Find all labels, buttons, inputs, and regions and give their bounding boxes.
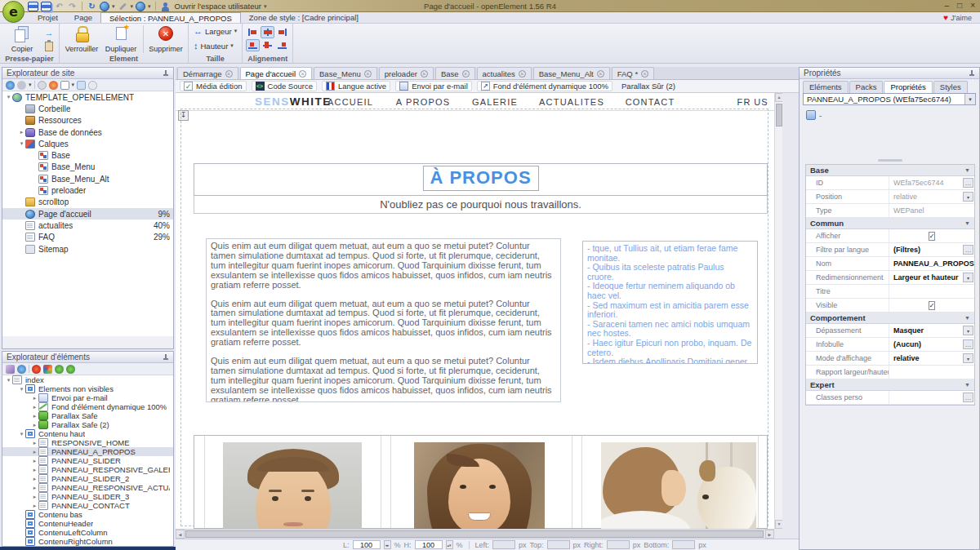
delete-button[interactable]: ✕ Supprimer <box>147 24 185 54</box>
tree-item-sitemap[interactable]: Sitemap <box>2 243 173 255</box>
chevron-down-icon[interactable]: ▾ <box>148 3 151 10</box>
close-tab-icon[interactable] <box>299 70 306 78</box>
lang-fr[interactable]: FR <box>737 97 751 107</box>
tree-item-panneau-slider-2[interactable]: PANNEAU_SLIDER_2 <box>2 474 173 483</box>
left-input[interactable] <box>492 540 515 549</box>
tree-item-ressources[interactable]: Ressources <box>2 115 173 126</box>
doc-tab-actualites[interactable]: actualites <box>477 67 532 79</box>
tree-item-contenu-right-column[interactable]: ContenuRightColumn <box>2 537 173 546</box>
photo-portrait-woman[interactable] <box>414 442 545 529</box>
width-spinner[interactable]: ◂▸ <box>384 540 391 549</box>
preview-icon[interactable] <box>136 2 145 11</box>
close-tab-icon[interactable] <box>597 70 604 78</box>
horizontal-scroll-thumb[interactable] <box>185 530 764 538</box>
vertical-scroll-thumb[interactable] <box>776 104 782 126</box>
collapse-arrow-icon[interactable] <box>31 404 38 410</box>
publish-icon[interactable] <box>100 2 109 11</box>
dropdown-button[interactable] <box>963 192 973 202</box>
refresh-icon[interactable] <box>17 365 26 374</box>
tree-item-preloader[interactable]: preloader <box>2 184 173 196</box>
tab-page[interactable]: Page <box>66 12 100 23</box>
nav-contact[interactable]: CONTACT <box>626 97 675 107</box>
tab-proprietes[interactable]: Propriétés <box>884 81 932 93</box>
checkbox-checked[interactable] <box>929 301 936 310</box>
expand-arrow-icon[interactable] <box>5 94 12 100</box>
height-button[interactable]: ↕ Hauteur ▾ <box>192 39 235 52</box>
collapse-arrow-icon[interactable] <box>31 476 38 482</box>
expand-arrow-icon[interactable] <box>18 386 25 393</box>
bullet-list-block[interactable]: - tque, ut Tullius ait, ut etiam ferae f… <box>582 241 758 364</box>
tree-item-contenu-bas[interactable]: Contenu bas <box>2 510 173 519</box>
move-down-icon[interactable] <box>66 365 75 374</box>
element-selector-dropdown[interactable]: PANNEAU_A_PROPOS (WEfa75ec6744) ▾ <box>803 93 976 105</box>
chevron-down-icon[interactable]: ▾ <box>29 82 32 88</box>
top-input[interactable] <box>547 540 570 549</box>
tree-item-fond-dynamique[interactable]: Fond d'élément dynamique 100% <box>2 402 173 411</box>
clipboard-button[interactable] <box>42 40 56 52</box>
doc-tab-preloader[interactable]: preloader <box>379 67 434 79</box>
lang-us[interactable]: US <box>754 97 768 107</box>
undo-icon[interactable]: ↶ <box>54 2 65 11</box>
tree-item-envoi-email[interactable]: Envoi par e-mail <box>2 393 173 402</box>
collapse-arrow-icon[interactable] <box>31 503 38 509</box>
page-heading[interactable]: À PROPOS <box>430 167 531 189</box>
duplicate-button[interactable]: Dupliquer <box>102 24 140 54</box>
tab-elements[interactable]: Eléments <box>803 81 849 93</box>
tree-item-contenu-header[interactable]: ContenuHeader <box>2 519 173 528</box>
copy-properties-icon[interactable] <box>806 110 816 120</box>
tree-item-index[interactable]: index <box>2 375 173 384</box>
collapse-arrow-icon[interactable] <box>31 413 38 419</box>
doc-tab-faq[interactable]: FAQ * <box>612 67 654 79</box>
heading-row[interactable]: À PROPOS <box>194 163 768 196</box>
tree-item-panneau-slider[interactable]: PANNEAU_SLIDER <box>2 456 173 465</box>
tree-item-scrolltop[interactable]: scrolltop <box>2 197 173 208</box>
close-tab-icon[interactable] <box>364 70 372 78</box>
align-right-button[interactable] <box>275 26 289 38</box>
right-input[interactable] <box>607 540 630 549</box>
envoi-email-button[interactable]: Envoi par e-mail <box>395 81 472 91</box>
maximize-button[interactable]: □ <box>957 1 962 10</box>
tree-item-elements-non-visibles[interactable]: Elements non visibles <box>2 384 173 393</box>
heading-selection-box[interactable]: À PROPOS <box>422 166 538 191</box>
tree-item-contenu-haut[interactable]: Contenu haut <box>2 429 173 438</box>
like-button[interactable]: ♥ J'aime <box>943 13 972 22</box>
user-icon[interactable] <box>160 2 171 11</box>
align-baseline-button[interactable] <box>275 39 289 51</box>
cloud-icon[interactable] <box>88 81 97 90</box>
tab-packs[interactable]: Packs <box>849 81 884 93</box>
expand-arrow-icon[interactable] <box>5 377 12 384</box>
ellipsis-button[interactable] <box>963 178 973 188</box>
bottom-input[interactable] <box>672 540 695 549</box>
chevron-down-icon[interactable]: ▾ <box>112 3 115 10</box>
tree-item-template[interactable]: TEMPLATE_OPENELEMENT <box>2 91 173 103</box>
tree-item-base-menu-alt[interactable]: Base_Menu_Alt <box>2 173 173 184</box>
brand-logo[interactable]: SENSWHITE <box>255 95 332 108</box>
tab-selection[interactable]: Sélection : PANNEAU_A_PROPOS <box>100 12 241 23</box>
collapse-arrow-icon[interactable] <box>31 467 38 473</box>
close-tab-icon[interactable] <box>421 70 428 78</box>
height-input[interactable]: 100 <box>415 540 443 549</box>
pin-icon[interactable] <box>969 70 975 77</box>
close-tab-icon[interactable] <box>225 70 233 78</box>
collapse-arrow-icon[interactable] <box>31 485 38 491</box>
align-bottom-button[interactable] <box>246 39 260 51</box>
close-tab-icon[interactable] <box>641 70 648 78</box>
align-left-button[interactable] <box>246 26 260 38</box>
refresh-icon[interactable] <box>6 81 15 90</box>
ellipsis-button[interactable] <box>963 245 973 255</box>
collapse-arrow-icon[interactable] <box>31 422 38 428</box>
langue-active-button[interactable]: Langue active <box>322 81 390 91</box>
photos-row[interactable] <box>194 435 768 529</box>
width-button[interactable]: ↔ Largeur ▾ <box>192 24 238 38</box>
tree-item-actualites[interactable]: actualites40% <box>2 220 173 231</box>
checkbox-checked[interactable] <box>929 232 936 241</box>
style-icon[interactable] <box>43 365 52 374</box>
tree-item-responsive-home[interactable]: RESPONSIVE_HOME <box>2 438 173 447</box>
tree-item-database[interactable]: Base de données <box>2 126 173 138</box>
nav-actualites[interactable]: ACTUALITES <box>539 97 604 107</box>
photo-woman-with-dog[interactable] <box>601 442 756 529</box>
close-tab-icon[interactable] <box>462 70 470 78</box>
save-icon[interactable] <box>28 2 38 11</box>
tree-item-corbeille[interactable]: Corbeille <box>2 103 173 114</box>
close-tab-icon[interactable] <box>519 70 526 78</box>
